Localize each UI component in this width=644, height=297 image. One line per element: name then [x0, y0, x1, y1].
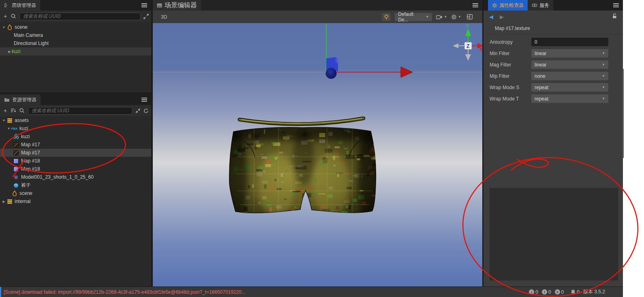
camera-view-button[interactable]: ▼ — [436, 13, 447, 21]
add-asset-button[interactable]: + — [2, 107, 8, 114]
asset-node-map18-b[interactable]: Map #18 — [0, 165, 151, 173]
mag-filter-select[interactable]: linear ▼ — [531, 60, 608, 69]
asset-node-assets[interactable]: ▼ assets — [0, 116, 151, 124]
fbx-icon: FBX — [11, 126, 17, 132]
sort-button[interactable] — [11, 107, 17, 114]
light-toggle-button[interactable] — [382, 13, 391, 21]
node-label: Map #18 — [21, 158, 40, 164]
hierarchy-node-scene[interactable]: ▼ scene — [0, 23, 151, 31]
asset-node-model001[interactable]: Model001_23_shorts_1_0_25_60 — [0, 173, 151, 181]
chevron-down-icon: ▼ — [602, 51, 605, 55]
lightbulb-icon — [384, 14, 389, 20]
axis-z-label: Z — [466, 43, 469, 49]
collapsed-caret-icon[interactable]: ▶ — [7, 50, 12, 53]
hierarchy-tree: ▼ scene Main Camera Directional Light ▶ … — [0, 23, 151, 92]
asset-node-internal[interactable]: ▶ internal — [0, 197, 151, 205]
collapse-caret-icon[interactable]: ▼ — [2, 119, 6, 122]
mode-3d-button[interactable]: 3D — [153, 14, 167, 20]
hierarchy-node-main-camera[interactable]: Main Camera — [0, 31, 151, 39]
hierarchy-node-kuzi[interactable]: ▶ kuzi — [0, 47, 151, 56]
notification-counter[interactable]: 0 — [571, 289, 580, 295]
asset-node-scene[interactable]: scene — [0, 189, 151, 197]
asset-search-filter-button[interactable] — [19, 107, 26, 114]
search-filter-button[interactable] — [11, 13, 17, 20]
mip-filter-select[interactable]: none ▼ — [531, 72, 608, 80]
warning-counter[interactable]: ! 0 — [542, 289, 551, 295]
inspector-scrollbar[interactable] — [623, 69, 624, 158]
texture-thumbnail-icon — [13, 166, 19, 172]
scene-settings-button[interactable]: ▼ — [451, 13, 461, 21]
assets-header: 资源管理器 — [0, 94, 151, 105]
info-count: 0 — [535, 289, 538, 295]
asset-node-kuzi-mesh[interactable]: kuzi — [0, 132, 151, 141]
gear-icon — [451, 14, 457, 20]
chevron-down-icon: ▼ — [458, 15, 461, 19]
chevron-down-icon: ▼ — [602, 97, 605, 100]
statusbar: [Scene] download failed: import://99/99b… — [0, 286, 623, 297]
hierarchy-menu-icon[interactable] — [141, 3, 147, 7]
transform-gizmo[interactable] — [326, 24, 413, 79]
field-label: Wrap Mode S — [484, 85, 531, 90]
error-counter[interactable]: × 0 — [555, 289, 564, 295]
tab-service[interactable]: 服务 — [528, 0, 553, 11]
gear-icon — [492, 3, 497, 8]
assets-search-input[interactable] — [28, 107, 133, 115]
expand-all-icon[interactable] — [143, 13, 149, 20]
node-label: Map #18 — [21, 166, 40, 172]
field-mip-filter: Mip Filter none ▼ — [484, 71, 623, 81]
asset-node-kuzi-material[interactable]: 裤子 — [0, 181, 151, 189]
assets-title: 资源管理器 — [12, 96, 36, 103]
field-anisotropy: Anisotropy 0 — [484, 36, 623, 47]
node-label: internal — [15, 199, 30, 204]
asset-node-map17-b[interactable]: Map #17 — [0, 149, 151, 157]
split-view-button[interactable] — [465, 13, 474, 21]
hierarchy-tab[interactable]: 层级管理器 — [0, 0, 40, 11]
tab-service-label: 服务 — [539, 2, 549, 9]
lock-button[interactable] — [612, 13, 617, 20]
hierarchy-node-directional-light[interactable]: Directional Light — [0, 39, 151, 47]
warning-count: 0 — [548, 289, 551, 295]
scene-tabbar: 场景编辑器 — [153, 0, 482, 11]
assets-tab[interactable]: 资源管理器 — [0, 94, 41, 105]
assets-tree: ▼ assets ▼ FBX kuzi kuzi — [0, 116, 151, 286]
history-forward-button[interactable]: ▶ — [500, 14, 504, 20]
min-filter-select[interactable]: linear ▼ — [531, 49, 608, 58]
collapse-caret-icon[interactable]: ▼ — [6, 127, 11, 130]
collapse-caret-icon[interactable]: ▼ — [2, 26, 6, 29]
wrap-mode-s-select[interactable]: repeat ▼ — [531, 83, 608, 92]
asset-node-map18-a[interactable]: Map #18 — [0, 157, 151, 165]
info-counter[interactable]: i 0 — [529, 289, 538, 295]
collapse-all-icon[interactable] — [135, 107, 141, 114]
inspector-menu-icon[interactable] — [613, 3, 619, 7]
scene-editor-tab[interactable]: 场景编辑器 — [153, 0, 201, 11]
scene-viewport[interactable]: Y X Z — [153, 23, 482, 286]
tab-inspector-label: 属性检查器 — [499, 2, 524, 9]
shorts-model[interactable] — [225, 126, 382, 226]
collapse-arrows-icon — [135, 108, 141, 113]
layout-grid-icon — [467, 14, 473, 19]
axis-gizmo[interactable]: Y X Z — [453, 24, 484, 61]
field-label: Mag Filter — [484, 62, 531, 68]
history-back-button[interactable]: ◀ — [489, 14, 493, 20]
add-node-button[interactable]: + — [2, 13, 8, 20]
tab-inspector[interactable]: 属性检查器 — [488, 0, 528, 11]
refresh-icon[interactable] — [143, 107, 149, 114]
cocos-editor-window: 层级管理器 + ▼ — [0, 0, 644, 297]
anisotropy-input[interactable]: 0 — [531, 38, 608, 46]
version-label: 版本 3.5.2 — [583, 288, 605, 295]
collapsed-caret-icon[interactable]: ▶ — [2, 200, 6, 203]
node-label: Model001_23_shorts_1_0_25_60 — [21, 174, 94, 180]
wrap-mode-t-select[interactable]: repeat ▼ — [531, 94, 608, 103]
scene-menu-icon[interactable] — [473, 3, 478, 7]
status-error-text[interactable]: [Scene] download failed: import://99/99b… — [0, 289, 246, 295]
camera-profile-dropdown[interactable]: Default De... ▼ — [395, 13, 432, 21]
asset-node-map17-a[interactable]: Map #17 — [0, 141, 151, 149]
asset-node-fbx-kuzi[interactable]: ▼ FBX kuzi — [0, 124, 151, 132]
mesh-icon — [13, 174, 19, 180]
chevron-down-icon: ▼ — [426, 15, 429, 19]
hierarchy-title: 层级管理器 — [12, 2, 36, 9]
field-min-filter: Min Filter linear ▼ — [484, 48, 623, 59]
node-label: kuzi — [19, 126, 28, 131]
hierarchy-search-input[interactable] — [19, 13, 141, 20]
assets-menu-icon[interactable] — [141, 98, 147, 102]
